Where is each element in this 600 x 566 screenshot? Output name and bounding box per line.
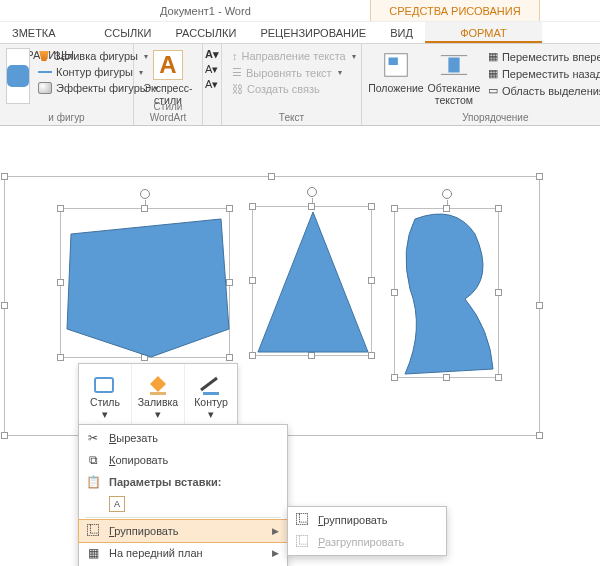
shape-1-selection[interactable] [60, 208, 230, 358]
group-wordart: A Экспресс-стили Стили WordArt [134, 44, 203, 125]
position-button[interactable]: Положение [368, 48, 424, 106]
mini-style-button[interactable]: Стиль▾ [79, 364, 131, 424]
svg-marker-6 [258, 212, 368, 352]
menu-paste-options-label: 📋Параметры вставки: [79, 471, 287, 493]
ungroup-icon: ⿺ [294, 534, 310, 550]
rotate-handle-icon[interactable] [140, 189, 150, 199]
clipboard-icon: 📋 [85, 474, 101, 490]
selection-pane-icon: ▭ [488, 84, 498, 97]
wrap-icon [439, 50, 469, 80]
tab-mailings[interactable]: РАССЫЛКИ [164, 22, 249, 43]
text-direction-button[interactable]: ↕ Направление текста▾ [228, 48, 355, 64]
document-canvas[interactable]: Стиль▾ Заливка▾ Контур▾ ✂ВВырезатьырезат… [0, 128, 600, 566]
tab-format[interactable]: ФОРМАТ [425, 22, 542, 43]
ribbon: Заливка фигуры▾ Контур фигуры▾ Эффекты ф… [0, 44, 600, 126]
tab-page-layout[interactable]: ЗМЕТКА СТРАНИЦЫ [0, 22, 92, 43]
shape-triangle[interactable] [253, 207, 373, 357]
group-wordart-swatches: A▾ A▾ A▾ [203, 44, 222, 125]
svg-rect-10 [203, 392, 219, 395]
group-arrange: Положение Обтекание текстом ▦ Переместит… [362, 44, 600, 125]
title-bar: Документ1 - Word СРЕДСТВА РИСОВАНИЯ [0, 0, 600, 22]
create-link-button[interactable]: ⛓ Создать связь [228, 81, 355, 97]
position-icon [381, 50, 411, 80]
text-outline-button[interactable]: A▾ [205, 63, 219, 76]
send-backward-icon: ▦ [488, 67, 498, 80]
scissors-icon: ✂ [85, 430, 101, 446]
outline-icon [197, 374, 225, 396]
group-title-arrange: Упорядочение [362, 112, 600, 123]
svg-marker-5 [67, 219, 229, 357]
bucket-icon [38, 51, 50, 61]
mini-fill-button[interactable]: Заливка▾ [131, 364, 184, 424]
menu-bring-front[interactable]: ▦На передний план▶ [79, 542, 287, 564]
menu-cut[interactable]: ✂ВВырезатьырезать [79, 427, 287, 449]
menu-group[interactable]: ⿺Группировать▶ [79, 520, 287, 542]
shape-style-gallery[interactable] [6, 48, 30, 104]
submenu-group[interactable]: ⿺Группировать [288, 509, 446, 531]
letter-a-icon: A [153, 50, 183, 80]
svg-rect-1 [388, 58, 397, 66]
align-text-button[interactable]: ☰ Выровнять текст▾ [228, 64, 355, 81]
shape-2-selection[interactable] [252, 206, 372, 356]
link-icon: ⛓ [232, 83, 243, 95]
group-shape-styles: Заливка фигуры▾ Контур фигуры▾ Эффекты ф… [0, 44, 134, 125]
align-text-icon: ☰ [232, 66, 242, 79]
line-icon [38, 71, 52, 73]
group-title-text: Текст [222, 112, 361, 123]
rotate-handle-icon[interactable] [307, 187, 317, 197]
paste-option-icon: A [109, 496, 125, 512]
text-fill-button[interactable]: A▾ [205, 48, 219, 61]
mini-toolbar: Стиль▾ Заливка▾ Контур▾ [78, 363, 238, 425]
ribbon-tabs: ЗМЕТКА СТРАНИЦЫ ССЫЛКИ РАССЫЛКИ РЕЦЕНЗИР… [0, 22, 600, 44]
mini-outline-button[interactable]: Контур▾ [184, 364, 237, 424]
effects-icon [38, 82, 52, 94]
shape-3-selection[interactable] [394, 208, 499, 378]
express-styles-button[interactable]: A Экспресс-стили [140, 48, 196, 106]
svg-marker-8 [150, 376, 166, 392]
tab-references[interactable]: ССЫЛКИ [92, 22, 163, 43]
copy-icon: ⧉ [85, 452, 101, 468]
selection-pane-button[interactable]: ▭ Область выделения [484, 82, 600, 99]
group-title-shapes: и фигур [0, 112, 133, 123]
submenu-ungroup[interactable]: ⿺Разгруппировать [288, 531, 446, 553]
text-direction-icon: ↕ [232, 50, 238, 62]
fill-icon [144, 374, 172, 396]
document-title: Документ1 - Word [160, 5, 251, 17]
svg-rect-2 [448, 58, 459, 73]
menu-copy[interactable]: ⧉Копировать [79, 449, 287, 471]
bring-front-icon: ▦ [85, 545, 101, 561]
text-effects-button[interactable]: A▾ [205, 78, 219, 91]
group-icon: ⿺ [294, 512, 310, 528]
group-title-wordart: Стили WordArt [134, 101, 202, 123]
shape-freeform[interactable] [395, 209, 500, 379]
group-submenu: ⿺Группировать ⿺Разгруппировать [287, 506, 447, 556]
shape-pentagon[interactable] [61, 209, 231, 359]
chevron-right-icon: ▶ [272, 526, 279, 536]
contextual-tool-tab: СРЕДСТВА РИСОВАНИЯ [370, 0, 540, 21]
rotate-handle-icon[interactable] [442, 189, 452, 199]
send-backward-button[interactable]: ▦ Переместить назад▾ [484, 65, 600, 82]
group-icon: ⿺ [85, 523, 101, 539]
wrap-text-button[interactable]: Обтекание текстом [426, 48, 482, 106]
bring-forward-button[interactable]: ▦ Переместить вперед▾ [484, 48, 600, 65]
style-icon [91, 374, 119, 396]
tab-review[interactable]: РЕЦЕНЗИРОВАНИЕ [248, 22, 378, 43]
menu-paste-option-keep-text[interactable]: A [79, 493, 287, 515]
tab-view[interactable]: ВИД [378, 22, 425, 43]
context-menu: ✂ВВырезатьырезать ⧉Копировать 📋Параметры… [78, 424, 288, 566]
bring-forward-icon: ▦ [488, 50, 498, 63]
group-text: ↕ Направление текста▾ ☰ Выровнять текст▾… [222, 44, 362, 125]
svg-rect-9 [150, 392, 166, 395]
svg-rect-7 [95, 378, 113, 392]
